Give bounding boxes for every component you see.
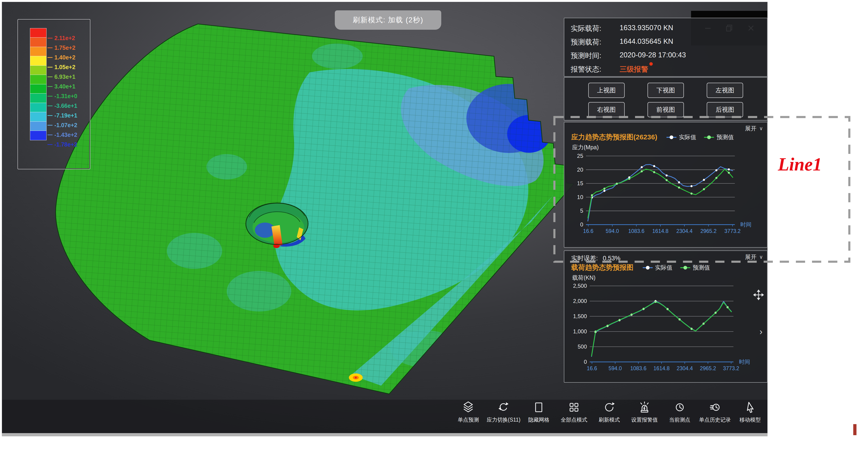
bottom-toolbar: 单点预测应力切换(S11)隐藏网格全部点模式刷新模式设置报警值当前测点单点历史记… [451,400,768,434]
actual-load-row: 实际载荷: 1633.935070 KN [571,24,767,33]
svg-text:2,500: 2,500 [573,283,587,289]
stress-trend-chart-panel: 展开 ∨ 应力趋势态势预报图(26236) 实际值预测值 应力(Mpa) 051… [564,122,768,248]
load-info-panel: 实际载荷: 1633.935070 KN 预测载荷: 1644.035645 K… [564,18,768,77]
legend-color-segment [30,93,46,103]
svg-text:1,000: 1,000 [573,328,587,334]
stress-unit-label: 应力(Mpa) [572,143,599,151]
view-button-3[interactable]: 左视图 [707,83,743,98]
legend-value: 6.93e+1 [54,73,75,80]
stress-chart-legend: 实际值预测值 [666,133,734,141]
view-button-1[interactable]: 上视图 [588,83,625,98]
legend-color-segment [30,47,46,57]
svg-text:2965.2: 2965.2 [700,365,716,372]
legend-tick-mark [48,134,53,135]
legend-value: 1.05e+2 [54,64,75,70]
legend-line-swatch [680,267,690,268]
toolbar-item-hide-mesh[interactable]: 隐藏网格 [521,400,556,434]
legend-color-segment [30,131,46,140]
view-button-2[interactable]: 下视图 [648,83,684,98]
legend-item[interactable]: 预测值 [680,264,710,271]
legend-tick-mark [48,57,53,58]
legend-color-segment [30,75,46,84]
predicted-time-row: 预测时间: 2020-09-28 17:00:43 [571,51,767,61]
svg-text:594.0: 594.0 [609,365,622,372]
legend-line-swatch [704,137,714,138]
toolbar-item-history[interactable]: 单点历史记录 [697,400,733,434]
svg-text:2304.4: 2304.4 [677,365,693,372]
svg-text:2304.4: 2304.4 [676,228,693,234]
stress-cycle-icon [497,400,510,414]
svg-text:2965.2: 2965.2 [700,228,716,234]
expand-button-load[interactable]: 展开 ∨ [745,253,763,261]
legend-item[interactable]: 实际值 [666,133,696,141]
legend-item[interactable]: 预测值 [704,133,734,141]
load-unit-label: 载荷(KN) [572,274,595,282]
refresh-icon [602,400,616,414]
legend-tick-mark [48,105,53,106]
toolbar-item-refresh[interactable]: 刷新模式 [592,400,627,434]
svg-text:5: 5 [580,207,583,214]
actual-load-value: 1633.935070 KN [620,24,673,33]
legend-value: -1.43e+2 [54,132,77,138]
alarm-status-text: 三级报警 [620,65,648,73]
legend-value: 2.11e+2 [54,35,75,41]
view-button-6[interactable]: 后视图 [707,102,743,117]
svg-text:1083.6: 1083.6 [630,365,646,372]
legend-value: -7.19e+1 [54,112,77,119]
svg-text:20: 20 [577,166,583,173]
legend-color-segment [30,103,46,113]
legend-colorbar [30,28,46,140]
svg-text:1,500: 1,500 [573,313,587,319]
alarm-status-label: 报警状态: [571,65,620,74]
toolbar-item-alarm[interactable]: 设置报警值 [627,400,662,434]
toolbar-item-label: 移动模型 [740,416,761,423]
load-trend-chart[interactable]: 05001,0001,5002,0002,50016.6594.01083.61… [570,282,763,379]
line1-annotation-label: Line1 [778,154,822,175]
legend-tick-mark [48,86,53,87]
load-chart-title: 载荷趋势态势预报图 [571,263,633,272]
legend-marker-dot [646,266,650,269]
legend-value: 3.40e+1 [54,83,75,90]
legend-item[interactable]: 实际值 [643,264,672,271]
toolbar-item-label: 单点历史记录 [699,416,731,423]
chevron-right-icon[interactable]: › [760,327,763,337]
view-button-4[interactable]: 右视图 [588,102,625,117]
toolbar-item-layers[interactable]: 单点预测 [451,400,486,434]
view-button-5[interactable]: 前视图 [648,102,684,117]
move-panel-handle[interactable] [753,290,764,301]
app-window: 2.11e+21.75e+21.40e+21.05e+26.93e+13.40e… [2,2,768,435]
stress-trend-chart[interactable]: 051015202516.6594.01083.61614.82304.4296… [570,153,763,242]
svg-text:2,000: 2,000 [573,298,587,304]
toolbar-item-stress-cycle[interactable]: 应力切换(S11) [486,400,521,434]
svg-text:时间: 时间 [739,359,750,365]
alarm-status-value[interactable]: 三级报警 [620,65,648,74]
toolbar-item-move-model[interactable]: 移动模型 [733,400,768,434]
legend-series-name: 预测值 [716,133,734,141]
expand-button-stress[interactable]: 展开 ∨ [745,125,763,132]
legend-tick-mark [48,38,53,38]
toolbar-item-label: 刷新模式 [599,416,620,423]
move-model-icon [744,400,757,414]
alarm-dot-icon [649,62,653,66]
legend-tick-mark [48,96,53,97]
svg-text:3773.2: 3773.2 [724,228,741,234]
legend-value: 1.40e+2 [54,54,75,61]
svg-text:15: 15 [577,180,583,186]
legend-tick-mark [48,125,53,126]
realtime-error-label: 实时误差: [571,255,598,262]
toolbar-item-current-point[interactable]: 当前测点 [662,400,697,434]
toolbar-item-label: 隐藏网格 [528,416,549,423]
svg-text:1614.8: 1614.8 [652,228,669,234]
toolbar-item-label: 全部点模式 [561,416,587,423]
legend-color-segment [30,112,46,122]
svg-text:500: 500 [578,344,587,350]
refresh-mode-banner: 刷新模式: 加载 (2秒) [335,10,441,30]
alarm-status-row: 报警状态: 三级报警 [571,65,767,74]
fea-model-viewport[interactable] [50,18,580,397]
chevron-down-icon: ∨ [759,126,763,132]
stress-color-legend: 2.11e+21.75e+21.40e+21.05e+26.93e+13.40e… [18,19,90,169]
predicted-time-value: 2020-09-28 17:00:43 [620,51,686,61]
toolbar-item-all-points[interactable]: 全部点模式 [556,400,592,434]
hide-mesh-icon [532,400,546,414]
legend-tick-mark [48,47,53,48]
